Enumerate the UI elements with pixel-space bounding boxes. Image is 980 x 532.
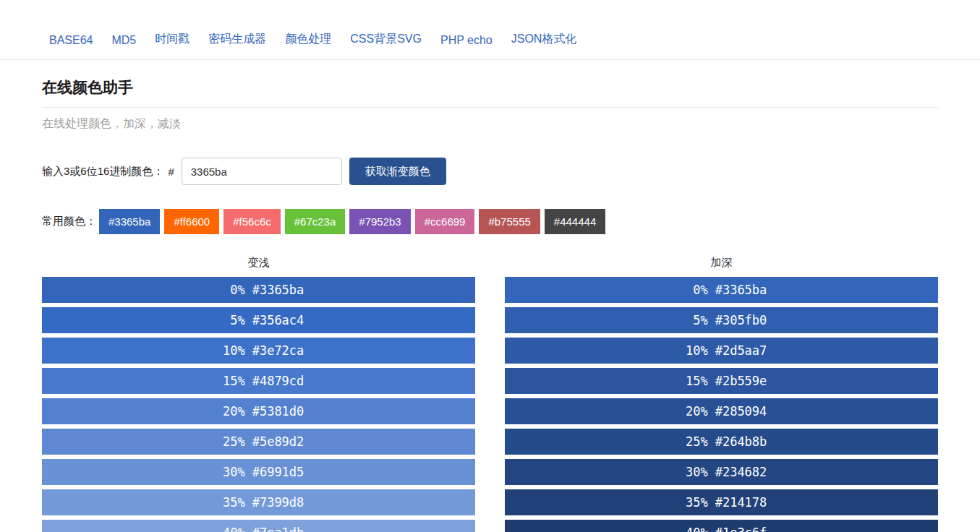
bar-percent: 30% — [213, 465, 245, 479]
swatch-list: #3365ba #ff6600 #f56c6c #67c23a #7952b3 … — [99, 209, 605, 234]
bar-hex: #2b559e — [715, 374, 767, 388]
bar-hex: #3365ba — [252, 283, 304, 297]
color-swatch[interactable]: #f56c6c — [223, 209, 281, 234]
color-swatch[interactable]: #444444 — [545, 209, 605, 234]
nav-link[interactable]: CSS背景SVG — [350, 32, 422, 47]
lighten-color-bar[interactable]: 15% #4879cd — [42, 368, 475, 394]
top-nav: BASE64 MD5 时间戳 密码生成器 颜色处理 CSS背景SVG PHP e… — [0, 0, 980, 60]
lighten-column: 变浅 0% #3365ba 5% #356ac4 10% #3e — [42, 256, 475, 532]
hash-prefix: # — [168, 166, 174, 178]
darken-color-bar[interactable]: 15% #2b559e — [505, 368, 938, 394]
common-colors-label: 常用颜色： — [42, 215, 96, 228]
bar-hex: #285094 — [715, 404, 767, 419]
nav-link[interactable]: 时间戳 — [155, 32, 189, 47]
bar-percent: 20% — [676, 404, 708, 419]
darken-color-bar[interactable]: 5% #305fb0 — [505, 307, 938, 333]
lighten-color-bar[interactable]: 20% #5381d0 — [42, 398, 475, 424]
darken-color-bar[interactable]: 25% #264b8b — [505, 429, 938, 455]
bar-percent: 5% — [676, 313, 708, 327]
nav-link[interactable]: JSON格式化 — [511, 32, 577, 47]
bar-percent: 25% — [676, 434, 708, 449]
color-swatch[interactable]: #ff6600 — [164, 209, 219, 234]
lighten-title: 变浅 — [42, 256, 475, 270]
bar-percent: 10% — [213, 343, 245, 358]
lighten-bars: 0% #3365ba 5% #356ac4 10% #3e72ca 1 — [42, 277, 475, 532]
darken-color-bar[interactable]: 0% #3365ba — [505, 277, 938, 303]
color-input-label: 输入3或6位16进制颜色： — [42, 165, 163, 179]
bar-percent: 30% — [676, 465, 708, 479]
bar-percent: 25% — [213, 434, 245, 449]
bar-percent: 15% — [213, 374, 245, 388]
bar-hex: #264b8b — [715, 434, 767, 449]
darken-column: 加深 0% #3365ba 5% #305fb0 10% #2d — [505, 256, 938, 532]
lighten-color-bar[interactable]: 25% #5e89d2 — [42, 429, 475, 455]
color-swatch[interactable]: #3365ba — [99, 209, 160, 234]
gradient-columns: 变浅 0% #3365ba 5% #356ac4 10% #3e — [42, 256, 938, 532]
nav-link[interactable]: 颜色处理 — [285, 32, 331, 47]
bar-hex: #6991d5 — [252, 465, 304, 479]
main-content: 在线颜色助手 在线处理颜色，加深，减淡 输入3或6位16进制颜色： # 获取渐变… — [0, 77, 980, 532]
bar-hex: #214178 — [715, 495, 767, 510]
color-swatch[interactable]: #67c23a — [285, 209, 346, 234]
lighten-color-bar[interactable]: 10% #3e72ca — [42, 338, 475, 364]
bar-hex: #7399d8 — [252, 495, 304, 510]
common-colors-row: 常用颜色： #3365ba #ff6600 #f56c6c #67c23a #7… — [42, 209, 938, 234]
darken-color-bar[interactable]: 20% #285094 — [505, 398, 938, 424]
darken-color-bar[interactable]: 40% #1e3c6f — [505, 520, 938, 532]
nav-link[interactable]: MD5 — [111, 34, 136, 47]
bar-hex: #234682 — [715, 465, 767, 479]
lighten-color-bar[interactable]: 35% #7399d8 — [42, 489, 475, 515]
bar-percent: 35% — [676, 495, 708, 510]
bar-percent: 10% — [676, 343, 708, 358]
bar-hex: #7ea1db — [252, 525, 304, 532]
darken-color-bar[interactable]: 30% #234682 — [505, 459, 938, 485]
bar-percent: 20% — [213, 404, 245, 419]
color-swatch[interactable]: #b75555 — [479, 209, 540, 234]
bar-percent: 0% — [676, 283, 708, 297]
bar-hex: #2d5aa7 — [715, 343, 767, 358]
bar-percent: 0% — [213, 283, 245, 297]
bar-hex: #3e72ca — [252, 343, 304, 358]
nav-link[interactable]: 密码生成器 — [208, 32, 266, 47]
bar-percent: 35% — [213, 495, 245, 510]
get-gradient-button[interactable]: 获取渐变颜色 — [349, 158, 446, 185]
lighten-color-bar[interactable]: 40% #7ea1db — [42, 520, 475, 532]
bar-hex: #4879cd — [252, 374, 304, 388]
bar-percent: 5% — [213, 313, 245, 327]
color-swatch[interactable]: #cc6699 — [415, 209, 475, 234]
color-swatch[interactable]: #7952b3 — [349, 209, 410, 234]
bar-percent: 40% — [676, 525, 708, 532]
page-title: 在线颜色助手 — [42, 77, 938, 108]
nav-link[interactable]: BASE64 — [49, 34, 93, 47]
lighten-color-bar[interactable]: 5% #356ac4 — [42, 307, 475, 333]
bar-hex: #5e89d2 — [252, 434, 304, 449]
darken-title: 加深 — [505, 256, 938, 270]
color-input-row: 输入3或6位16进制颜色： # 获取渐变颜色 — [42, 158, 938, 185]
darken-color-bar[interactable]: 10% #2d5aa7 — [505, 338, 938, 364]
bar-hex: #305fb0 — [715, 313, 767, 327]
lighten-color-bar[interactable]: 30% #6991d5 — [42, 459, 475, 485]
bar-hex: #356ac4 — [252, 313, 304, 327]
darken-color-bar[interactable]: 35% #214178 — [505, 489, 938, 515]
bar-percent: 40% — [213, 525, 245, 532]
lighten-color-bar[interactable]: 0% #3365ba — [42, 277, 475, 303]
bar-hex: #3365ba — [715, 283, 767, 297]
page-subtitle: 在线处理颜色，加深，减淡 — [42, 116, 938, 132]
bar-hex: #1e3c6f — [715, 525, 767, 532]
bar-hex: #5381d0 — [252, 404, 304, 419]
bar-percent: 15% — [676, 374, 708, 388]
nav-link[interactable]: PHP echo — [440, 34, 493, 47]
darken-bars: 0% #3365ba 5% #305fb0 10% #2d5aa7 1 — [505, 277, 938, 532]
hex-color-input[interactable] — [182, 158, 342, 185]
